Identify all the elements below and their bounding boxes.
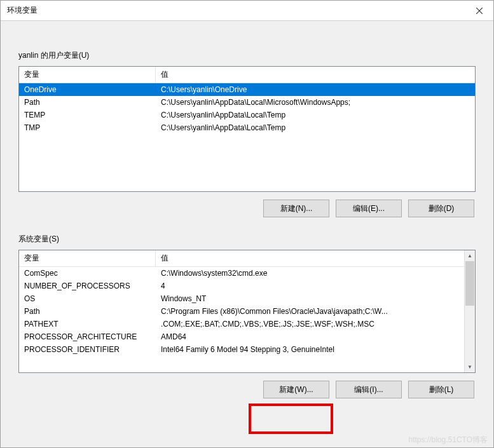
system-new-button[interactable]: 新建(W)...: [263, 381, 329, 398]
titlebar: 环境变量: [1, 1, 493, 21]
user-edit-button[interactable]: 编辑(E)...: [336, 200, 402, 217]
user-variables-section: yanlin 的用户变量(U) 变量 值 OneDrive C:\Users\y…: [18, 50, 476, 217]
cell-variable: NUMBER_OF_PROCESSORS: [19, 280, 156, 292]
scroll-down-icon[interactable]: ▼: [465, 362, 475, 372]
system-variables-table[interactable]: 变量 值 ComSpec C:\Windows\system32\cmd.exe…: [18, 250, 476, 373]
column-header-variable[interactable]: 变量: [19, 67, 156, 83]
cell-value: C:\Windows\system32\cmd.exe: [156, 267, 464, 280]
table-row[interactable]: TMP C:\Users\yanlin\AppData\Local\Temp: [19, 121, 475, 134]
user-section-label: yanlin 的用户变量(U): [18, 50, 476, 61]
user-table-header: 变量 值: [19, 67, 475, 83]
user-table-body: OneDrive C:\Users\yanlin\OneDrive Path C…: [19, 83, 475, 191]
cell-variable: PATHEXT: [19, 318, 156, 330]
user-delete-button[interactable]: 删除(D): [408, 200, 474, 217]
user-new-button[interactable]: 新建(N)...: [263, 200, 329, 217]
scroll-up-icon[interactable]: ▲: [465, 250, 475, 261]
cell-variable: Path: [19, 96, 156, 109]
column-header-variable[interactable]: 变量: [19, 250, 156, 266]
table-row[interactable]: NUMBER_OF_PROCESSORS 4: [19, 280, 464, 292]
system-buttons-row: 新建(W)... 编辑(I)... 删除(L): [18, 381, 476, 398]
table-row[interactable]: PROCESSOR_IDENTIFIER Intel64 Family 6 Mo…: [19, 343, 464, 356]
system-variables-section: 系统变量(S) 变量 值 ComSpec C:\Windows\system32…: [18, 234, 476, 398]
cell-variable: TMP: [19, 121, 156, 134]
table-row[interactable]: TEMP C:\Users\yanlin\AppData\Local\Temp: [19, 109, 475, 121]
cell-variable: PROCESSOR_ARCHITECTURE: [19, 330, 156, 343]
user-buttons-row: 新建(N)... 编辑(E)... 删除(D): [18, 200, 476, 217]
dialog-body: yanlin 的用户变量(U) 变量 值 OneDrive C:\Users\y…: [1, 21, 493, 447]
system-delete-button[interactable]: 删除(L): [408, 381, 474, 398]
column-header-value[interactable]: 值: [156, 250, 464, 266]
cell-value: Windows_NT: [156, 292, 464, 305]
system-table-scrollbar[interactable]: ▲ ▼: [464, 250, 475, 372]
close-button[interactable]: [465, 1, 493, 20]
table-row[interactable]: PROCESSOR_ARCHITECTURE AMD64: [19, 330, 464, 343]
close-icon: [476, 8, 483, 14]
table-row[interactable]: OS Windows_NT: [19, 292, 464, 305]
window-title: 环境变量: [7, 5, 38, 16]
cell-variable: OS: [19, 292, 156, 305]
system-table-body: ComSpec C:\Windows\system32\cmd.exe NUMB…: [19, 267, 464, 372]
cell-value: C:\Users\yanlin\AppData\Local\Microsoft\…: [156, 96, 475, 109]
cell-variable: OneDrive: [19, 83, 156, 96]
table-row[interactable]: OneDrive C:\Users\yanlin\OneDrive: [19, 83, 475, 96]
dialog-window: 环境变量 yanlin 的用户变量(U) 变量 值 OneDrive C:\Us…: [0, 0, 494, 448]
cell-value: Intel64 Family 6 Model 94 Stepping 3, Ge…: [156, 343, 464, 356]
system-section-label: 系统变量(S): [18, 234, 476, 245]
cell-value: AMD64: [156, 330, 464, 343]
cell-value: 4: [156, 280, 464, 292]
table-row[interactable]: PATHEXT .COM;.EXE;.BAT;.CMD;.VBS;.VBE;.J…: [19, 318, 464, 330]
cell-variable: ComSpec: [19, 267, 156, 280]
cell-variable: Path: [19, 305, 156, 318]
cell-variable: PROCESSOR_IDENTIFIER: [19, 343, 156, 356]
cell-value: .COM;.EXE;.BAT;.CMD;.VBS;.VBE;.JS;.JSE;.…: [156, 318, 464, 330]
cell-value: C:\Users\yanlin\OneDrive: [156, 83, 475, 96]
cell-value: C:\Users\yanlin\AppData\Local\Temp: [156, 121, 475, 134]
table-row[interactable]: ComSpec C:\Windows\system32\cmd.exe: [19, 267, 464, 280]
table-row[interactable]: Path C:\Users\yanlin\AppData\Local\Micro…: [19, 96, 475, 109]
system-table-header: 变量 值: [19, 250, 464, 267]
cell-value: C:\Users\yanlin\AppData\Local\Temp: [156, 109, 475, 121]
user-variables-table[interactable]: 变量 值 OneDrive C:\Users\yanlin\OneDrive P…: [18, 66, 476, 192]
table-row[interactable]: Path C:\Program Files (x86)\Common Files…: [19, 305, 464, 318]
scroll-thumb[interactable]: [465, 261, 474, 306]
cell-variable: TEMP: [19, 109, 156, 121]
system-edit-button[interactable]: 编辑(I)...: [336, 381, 402, 398]
column-header-value[interactable]: 值: [156, 67, 475, 83]
cell-value: C:\Program Files (x86)\Common Files\Orac…: [156, 305, 464, 318]
